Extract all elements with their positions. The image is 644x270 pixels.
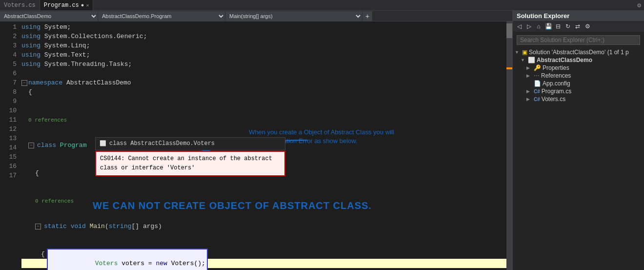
editor-scrollbar[interactable] xyxy=(506,21,512,270)
se-item-appconfig-label: App.config xyxy=(543,80,570,87)
solution-icon: ▣ xyxy=(522,49,527,56)
popup-error: CS0144: Cannot create an instance of the… xyxy=(95,151,285,176)
se-item-voters-label: Voters.cs xyxy=(542,96,565,103)
se-settings-button[interactable]: ⚙ xyxy=(583,22,592,31)
code-line: using System.Collections.Generic; xyxy=(21,32,506,41)
se-filter-button[interactable]: ⊟ xyxy=(554,22,563,31)
scrollbar-marker xyxy=(506,67,512,69)
code-line: { xyxy=(21,87,506,97)
properties-icon: 🔑 xyxy=(534,64,541,71)
add-file-button[interactable]: + xyxy=(362,11,372,21)
tab-voters-label: Voters.cs xyxy=(4,2,36,9)
ref-label-11: 0 references xyxy=(35,198,74,204)
se-toolbar: ◁ ▷ ⌂ 💾 ⊟ ↻ ⇄ ⚙ xyxy=(513,21,644,32)
se-search-container xyxy=(513,32,644,48)
big-annotation-text: WE CAN NOT CREATE OBJECT OF ABSTRACT CLA… xyxy=(93,201,372,210)
chevron-right-icon: ▶ xyxy=(526,97,532,102)
line-numbers: 1 2 3 4 5 6 7 8 9 10 11 12 13 14 15 16 1… xyxy=(0,21,20,270)
code-line: using System.Linq; xyxy=(21,41,506,50)
csharp-icon: C# xyxy=(534,97,540,102)
solution-explorer-header: Solution Explorer xyxy=(513,11,644,21)
se-item-appconfig[interactable]: ▶ 📄 App.config xyxy=(513,80,644,87)
chevron-right-icon: ▶ xyxy=(526,65,532,70)
scrollbar-thumb[interactable] xyxy=(506,23,512,38)
fold-btn-7[interactable]: − xyxy=(21,80,27,86)
code-line: using System.Threading.Tasks; xyxy=(21,60,506,69)
se-item-properties-label: Properties xyxy=(543,64,569,71)
se-item-voters[interactable]: ▶ C# Voters.cs xyxy=(513,95,644,103)
chevron-down-icon: ▼ xyxy=(521,58,526,62)
se-item-program-label: Program.cs xyxy=(542,88,571,95)
se-tree: ▼ ▣ Solution 'AbstractClassDemo' (1 of 1… xyxy=(513,48,644,270)
fold-btn-11[interactable]: − xyxy=(35,224,41,229)
class-icon: ⬜ xyxy=(100,139,106,148)
code-line: −namespace AbstractClassDemo xyxy=(21,78,506,87)
se-item-project-label: AbstractClassDemo xyxy=(537,57,592,63)
code-editor: 1 2 3 4 5 6 7 8 9 10 11 12 13 14 15 16 1… xyxy=(0,21,512,270)
editor-area: AbstractClassDemo AbstractClassDemo.Prog… xyxy=(0,11,512,270)
config-icon: 📄 xyxy=(534,80,541,87)
popup-class-text: class AbstractClassDemo.Voters xyxy=(109,139,215,148)
se-sync-button[interactable]: ⇄ xyxy=(573,22,582,31)
se-forward-button[interactable]: ▷ xyxy=(524,22,533,31)
chevron-right-icon: ▶ xyxy=(526,73,532,78)
ref-label-9: 0 references xyxy=(28,117,67,123)
se-item-references-label: References xyxy=(541,72,571,79)
csharp-icon: C# xyxy=(534,89,540,94)
se-refresh-button[interactable]: ↻ xyxy=(564,22,572,31)
solution-explorer: Solution Explorer ◁ ▷ ⌂ 💾 ⊟ ↻ ⇄ ⚙ ▼ ▣ So… xyxy=(512,11,644,270)
references-icon: ⋯ xyxy=(534,72,540,79)
dropdown-bar: AbstractClassDemo AbstractClassDemo.Prog… xyxy=(0,11,512,21)
se-item-properties[interactable]: ▶ 🔑 Properties xyxy=(513,64,644,72)
se-item-solution[interactable]: ▼ ▣ Solution 'AbstractClassDemo' (1 of 1… xyxy=(513,48,644,56)
se-back-button[interactable]: ◁ xyxy=(515,22,523,31)
se-home-button[interactable]: ⌂ xyxy=(534,22,543,31)
chevron-right-icon: ▶ xyxy=(526,89,532,94)
tab-close-button[interactable]: ✕ xyxy=(86,2,89,8)
tab-bar: Voters.cs Program.cs ● ✕ ⚙ xyxy=(0,0,644,11)
class-dropdown[interactable]: AbstractClassDemo.Program xyxy=(98,11,225,21)
popup-container: ⬜ class AbstractClassDemo.Voters CS0144:… xyxy=(95,137,285,176)
se-item-project[interactable]: ▼ ⬜ AbstractClassDemo xyxy=(513,56,644,64)
code-line-highlighted: 💡 Voters voters = new Voters(); xyxy=(21,259,506,268)
tab-voters[interactable]: Voters.cs xyxy=(0,0,40,10)
lightbulb-icon[interactable]: 💡 xyxy=(20,259,21,268)
se-item-references[interactable]: ▶ ⋯ References xyxy=(513,72,644,80)
tab-program[interactable]: Program.cs ● ✕ xyxy=(40,0,94,10)
main-layout: AbstractClassDemo AbstractClassDemo.Prog… xyxy=(0,11,644,270)
se-save-button[interactable]: 💾 xyxy=(544,22,553,31)
code-line: using System; xyxy=(21,22,506,32)
code-line xyxy=(21,69,506,78)
tab-modified-icon: ● xyxy=(81,2,84,8)
code-content[interactable]: using System; using System.Collections.G… xyxy=(20,21,506,270)
tab-settings-button[interactable]: ⚙ xyxy=(634,1,644,9)
fold-btn-9[interactable]: − xyxy=(28,143,34,148)
tab-program-label: Program.cs xyxy=(44,2,79,9)
chevron-down-icon: ▼ xyxy=(515,50,521,55)
code-line: using System.Text; xyxy=(21,50,506,60)
code-line: } xyxy=(21,268,506,270)
namespace-dropdown[interactable]: AbstractClassDemo xyxy=(0,11,98,21)
project-icon: ⬜ xyxy=(528,57,535,63)
se-item-solution-label: Solution 'AbstractClassDemo' (1 of 1 p xyxy=(529,49,629,56)
method-dropdown[interactable]: Main(string[] args) xyxy=(225,11,362,21)
popup-class-info: ⬜ class AbstractClassDemo.Voters xyxy=(95,137,285,150)
se-search-input[interactable] xyxy=(517,35,640,45)
se-item-program[interactable]: ▶ C# Program.cs xyxy=(513,87,644,95)
popup-error-text: CS0144: Cannot create an instance of the… xyxy=(100,155,272,171)
code-line: 0 references − static void Main(string[]… xyxy=(21,178,506,249)
